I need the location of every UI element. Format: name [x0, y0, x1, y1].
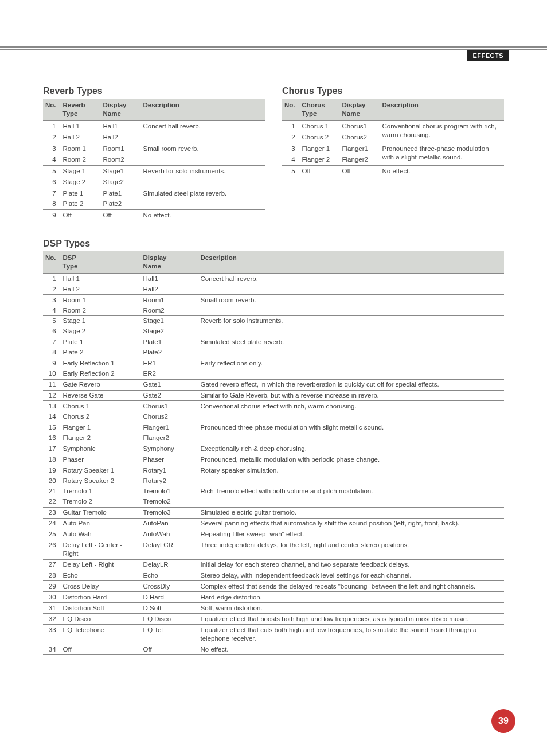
cell-desc: Similar to Gate Reverb, but with a rever… [198, 390, 504, 401]
cell-type: Flanger 2 [61, 432, 141, 443]
cell-type: Chorus 1 [300, 120, 340, 131]
chorus-title: Chorus Types [282, 86, 504, 96]
reverb-title: Reverb Types [43, 86, 265, 96]
cell-type: Distortion Soft [61, 603, 141, 614]
table-row: 15Flanger 1Flanger1Pronounced three-phas… [43, 422, 504, 432]
th-type: Reverb Type [61, 99, 101, 120]
cell-type: Flanger 2 [300, 154, 340, 165]
cell-desc: No effect. [380, 165, 504, 177]
cell-no: 32 [43, 614, 61, 625]
cell-desc: No effect. [198, 644, 504, 655]
cell-type: Hall 2 [61, 132, 101, 143]
cell-display: Stage1 [141, 315, 198, 326]
cell-no: 27 [43, 559, 61, 570]
cell-desc: Repeating filter sweep "wah" effect. [198, 529, 504, 540]
cell-type: Hall 2 [61, 284, 141, 294]
cell-no: 6 [43, 177, 61, 188]
cell-display: Hall1 [101, 120, 141, 131]
cell-type: Early Reflection 1 [61, 358, 141, 368]
cell-display: ER1 [141, 358, 198, 368]
dsp-table: No. DSP Type Display Name Description 1H… [43, 251, 504, 655]
cell-no: 7 [43, 188, 61, 198]
cell-no: 33 [43, 625, 61, 644]
table-row: 3Room 1Room1Small room reverb. [43, 143, 265, 154]
header-tag: EFFECTS [467, 50, 509, 61]
cell-display: Stage2 [141, 326, 198, 337]
cell-display: Plate2 [101, 198, 141, 209]
cell-no: 19 [43, 465, 61, 476]
cell-display: Chorus1 [141, 401, 198, 411]
cell-display: Room2 [141, 305, 198, 315]
table-row: 29Cross DelayCrossDlyComplex effect that… [43, 581, 504, 592]
cell-desc: No effect. [141, 210, 265, 221]
cell-no: 16 [43, 432, 61, 443]
cell-display: Echo [141, 570, 198, 581]
cell-no: 17 [43, 443, 61, 454]
cell-type: Chorus 1 [61, 401, 141, 411]
cell-type: Rotary Speaker 2 [61, 476, 141, 486]
cell-display: Tremolo1 [141, 486, 198, 496]
cell-display: EQ Tel [141, 625, 198, 644]
table-row: 7Plate 1Plate1Simulated steel plate reve… [43, 337, 504, 347]
cell-desc: Simulated electric guitar tremolo. [198, 507, 504, 518]
cell-desc: Simulated steel plate reverb. [141, 188, 265, 210]
th-type: DSP Type [61, 251, 141, 273]
cell-type: Cross Delay [61, 581, 141, 592]
cell-type: Tremolo 1 [61, 486, 141, 496]
table-row: 9Early Reflection 1ER1Early reflections … [43, 358, 504, 368]
cell-no: 29 [43, 581, 61, 592]
cell-no: 22 [43, 497, 61, 507]
table-row: 1Chorus 1Chorus1Conventional chorus prog… [282, 120, 504, 131]
cell-no: 20 [43, 476, 61, 486]
top-rule-inner [0, 49, 547, 50]
cell-type: Chorus 2 [61, 411, 141, 422]
cell-display: Flanger2 [141, 432, 198, 443]
cell-type: Guitar Tremolo [61, 507, 141, 518]
th-no: No. [282, 99, 300, 120]
dsp-title: DSP Types [43, 239, 504, 249]
cell-type: Hall 1 [61, 120, 101, 131]
chorus-table: No. Chorus Type Display Name Description… [282, 99, 504, 177]
cell-desc: Simulated steel plate reverb. [198, 337, 504, 358]
cell-display: Gate1 [141, 379, 198, 390]
cell-display: Stage1 [101, 165, 141, 176]
cell-no: 8 [43, 348, 61, 358]
cell-display: Flanger2 [340, 154, 380, 165]
cell-type: Plate 1 [61, 188, 101, 198]
cell-display: Chorus1 [340, 120, 380, 131]
cell-type: Off [300, 165, 340, 177]
reverb-table: No. Reverb Type Display Name Description… [43, 99, 265, 221]
cell-type: Stage 2 [61, 326, 141, 337]
cell-display: Plate1 [101, 188, 141, 198]
cell-no: 4 [43, 305, 61, 315]
cell-type: Stage 2 [61, 177, 101, 188]
cell-no: 31 [43, 603, 61, 614]
cell-type: Rotary Speaker 1 [61, 465, 141, 476]
table-row: 26Delay Left - Center - RightDelayLCRThr… [43, 540, 504, 559]
cell-display: Rotary2 [141, 476, 198, 486]
cell-desc: Small room reverb. [198, 295, 504, 316]
cell-no: 13 [43, 401, 61, 411]
table-row: 1Hall 1Hall1Concert hall reverb. [43, 120, 265, 131]
cell-type: Flanger 1 [61, 422, 141, 432]
cell-desc: Rotary speaker simulation. [198, 465, 504, 486]
cell-no: 34 [43, 644, 61, 655]
cell-type: Delay Left - Right [61, 559, 141, 570]
cell-display: DelayLR [141, 559, 198, 570]
th-desc: Description [198, 251, 504, 273]
cell-type: Distortion Hard [61, 592, 141, 603]
th-no: No. [43, 99, 61, 120]
top-rule-outer [0, 46, 547, 48]
cell-desc: Pronounced three-phase modulation with s… [198, 422, 504, 443]
cell-display: AutoPan [141, 518, 198, 529]
cell-display: Plate1 [141, 337, 198, 347]
table-row: 27Delay Left - RightDelayLRInitial delay… [43, 559, 504, 570]
cell-display: DelayLCR [141, 540, 198, 559]
cell-type: Phaser [61, 454, 141, 465]
cell-no: 9 [43, 210, 61, 221]
table-row: 1Hall 1Hall1Concert hall reverb. [43, 274, 504, 284]
table-header-row: No. DSP Type Display Name Description [43, 251, 504, 273]
cell-display: Chorus2 [340, 132, 380, 143]
cell-type: Plate 1 [61, 337, 141, 347]
cell-display: Room2 [101, 154, 141, 165]
